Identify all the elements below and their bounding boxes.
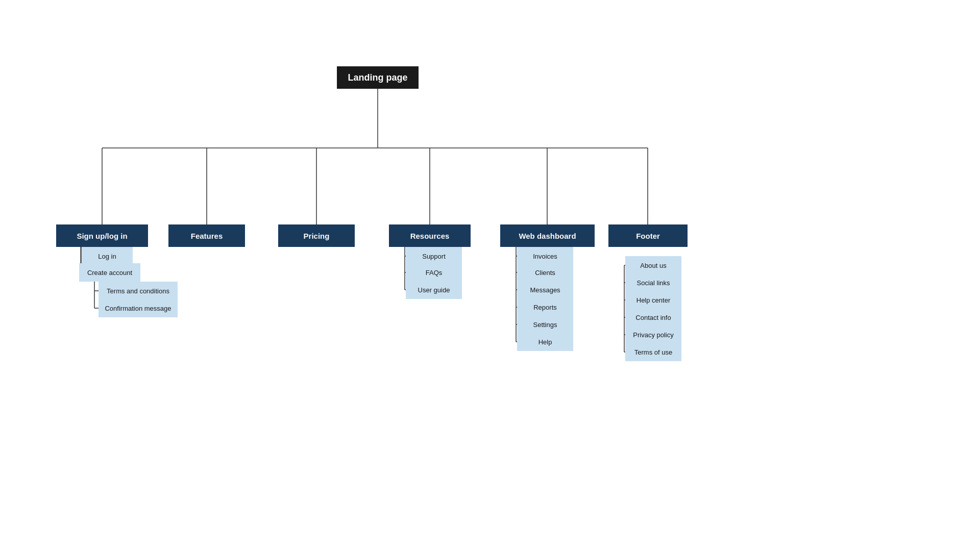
node-confirmation-message: Confirmation message [99, 299, 178, 317]
node-help: Help [517, 333, 573, 351]
node-landing-page: Landing page [337, 66, 419, 89]
connector-lines [0, 0, 980, 551]
node-create-account: Create account [79, 263, 140, 282]
node-settings: Settings [517, 315, 573, 334]
node-terms-of-use: Terms of use [625, 343, 681, 361]
node-help-center: Help center [625, 291, 681, 309]
node-pricing: Pricing [278, 224, 355, 247]
node-privacy-policy: Privacy policy [625, 325, 681, 344]
node-footer: Footer [608, 224, 688, 247]
node-resources: Resources [389, 224, 471, 247]
node-invoices: Invoices [517, 247, 573, 265]
node-terms-conditions: Terms and conditions [99, 282, 178, 300]
node-messages: Messages [517, 281, 573, 299]
node-support: Support [406, 247, 462, 265]
node-faqs: FAQs [406, 263, 462, 282]
node-user-guide: User guide [406, 281, 462, 299]
node-contact-info: Contact info [625, 308, 681, 327]
node-clients: Clients [517, 263, 573, 282]
node-webdash: Web dashboard [500, 224, 595, 247]
node-about-us: About us [625, 256, 681, 274]
node-social-links: Social links [625, 273, 681, 292]
diagram-container: Landing page Sign up/log in Features Pri… [0, 0, 980, 551]
node-reports: Reports [517, 298, 573, 316]
node-signup: Sign up/log in [56, 224, 148, 247]
node-login: Log in [82, 247, 133, 265]
node-features: Features [168, 224, 245, 247]
